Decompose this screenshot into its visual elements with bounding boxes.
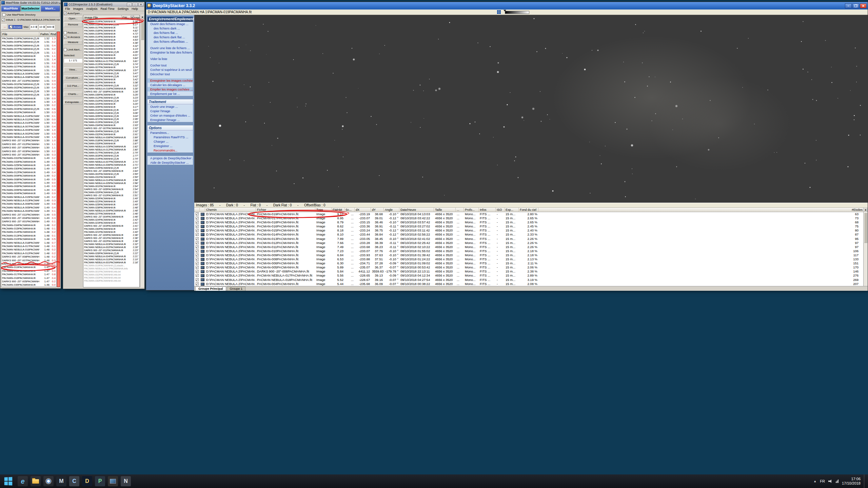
- charts-button[interactable]: Charts...: [64, 92, 82, 97]
- network-icon[interactable]: [836, 480, 839, 483]
- column-etoiles[interactable]: #Etoiles: [538, 208, 868, 212]
- image-file-row[interactable]: PACMAN NEBULA-008PACMANHA.fit 2.89": [83, 136, 139, 139]
- sidebar-link[interactable]: Empiler les images cochées ...: [147, 87, 193, 92]
- column-file[interactable]: File: [1, 32, 39, 37]
- sidebar-link[interactable]: des fichiers offset/bias ...: [147, 39, 193, 44]
- maxpilote-nav-button[interactable]: MaxPilote: [1, 5, 20, 12]
- image-file-row[interactable]: PACMAN-008PACMANHA (2).fit 4.05": [83, 50, 139, 54]
- image-file-row[interactable]: DARKS 900 -20°-010PACMANHA.fit 2.51": [83, 194, 139, 197]
- file-row[interactable]: PACMAN-017PACMANHA.fit 1.47 0.8: [1, 273, 56, 276]
- file-row[interactable]: PACMAN-019PACMANHA.fit 1.47 0.5: [1, 266, 56, 269]
- file-row[interactable]: PACMAN NEBULA-006PACMANH... 1.49 0.6: [1, 202, 56, 206]
- sidebar-link[interactable]: Ouvrir une image ...: [147, 104, 193, 109]
- file-row[interactable]: PACMAN NEBULA-001PACMANH... 1.50 1.3: [1, 136, 56, 139]
- image-file-row[interactable]: PACMAN-009PACMANHA (2).fit 3.47": [83, 72, 139, 75]
- spinner-arrows-icon[interactable]: [35, 26, 37, 28]
- row-checkbox[interactable]: ✓: [194, 253, 200, 257]
- image-file-row[interactable]: PACMAN-029PACMANHA.fit 2.49": [83, 197, 139, 200]
- speaker-icon[interactable]: [828, 480, 832, 483]
- image-file-row[interactable]: PACMAN-015PACMANHA.fit 4.72": [83, 32, 139, 35]
- file-row[interactable]: PACMAN-035PACMANHA.fit 1.46 0.0: [1, 283, 56, 287]
- file-row[interactable]: PACMAN-008PACMANHA.fit 1.49 0.5: [1, 178, 56, 181]
- hidden-icons-chevron-icon[interactable]: ▲: [813, 480, 816, 483]
- image-file-row[interactable]: PACMAN-002PACMANHA (2).fit 2.59": [83, 172, 139, 176]
- image-file-row[interactable]: PACMAN-034PACMANHA.fit 2.93": [83, 124, 139, 127]
- column-fwhm[interactable]: FW... ▼: [122, 15, 134, 20]
- image-file-row[interactable]: PACMAN-024PACMANHA.fit 2.42": [83, 218, 139, 221]
- file-row[interactable]: PACMAN-034PACMANHA.fit 1.48 0.2: [1, 224, 56, 227]
- sidebar-link[interactable]: Ouvrir une liste de fichiers ...: [147, 46, 193, 50]
- spinner-arrows-icon[interactable]: [43, 26, 45, 28]
- row-checkbox[interactable]: ✓: [194, 216, 200, 220]
- sidebar-link[interactable]: Paramètres Raw/FITS ...: [147, 135, 193, 139]
- row-checkbox[interactable]: ✓: [194, 278, 200, 282]
- file-row[interactable]: DARKS 900 -20°-010PACMANHA.fit 1.51 0.9: [1, 79, 56, 83]
- image-file-row[interactable]: PACMAN-011PACMANHA.fit 4.32": [83, 44, 139, 47]
- sidebar-link[interactable]: Enregistrer l'image ...: [147, 118, 193, 122]
- show-desktop-button[interactable]: [864, 474, 867, 488]
- row-checkbox[interactable]: ✓: [194, 241, 200, 245]
- image-file-row[interactable]: PACMAN NEBULA-009PACMANHA.fit 2.48": [83, 209, 139, 212]
- menu-item[interactable]: File: [65, 7, 70, 11]
- image-file-row[interactable]: PACMAN-013PACMANHA (2).fit 3.74": [83, 63, 139, 66]
- taskbar-icon-folder[interactable]: [31, 476, 41, 486]
- sidebar-link[interactable]: Vider la liste: [147, 57, 193, 61]
- sidebar-link[interactable]: Charger ...: [147, 139, 193, 144]
- dss-table-row[interactable]: ✓ D:\PACMAN NEBULA 2\PACMAN ... PACMAN-0…: [194, 241, 863, 245]
- image-file-row[interactable]: PACMAN NEBULA-004PACMANHA.fit 2.21": [83, 255, 139, 258]
- scroll-thumb[interactable]: [141, 20, 144, 40]
- file-row[interactable]: PACMAN-032PACMANHA.fit 1.50 0.9: [1, 97, 56, 100]
- file-row[interactable]: PACMAN-007PACMANHA (2).fit 1.51 0.2: [1, 47, 56, 51]
- row-checkbox[interactable]: ✓: [194, 245, 200, 249]
- column-chemin[interactable]: Chemin: [205, 208, 256, 212]
- row-checkbox[interactable]: ✓: [194, 257, 200, 261]
- non-image-file-row[interactable]: PACMAN-030PACMANHA.Info.txt: [83, 279, 139, 282]
- file-row[interactable]: PACMAN NEBULA-005PACMANH... 1.49 0.4: [1, 206, 56, 209]
- image-file-row[interactable]: PACMAN NEBULA-017PACMANHA.fit 3.81": [83, 60, 139, 63]
- column-type[interactable]: Type: [315, 208, 332, 212]
- file-row[interactable]: PACMAN-027PACMANHA.fit 1.51 0.1: [1, 65, 56, 68]
- dss-table-row[interactable]: ✓ D:\PACMAN NEBULA 2\PACMAN ... PACMAN-0…: [194, 261, 863, 265]
- group-tab[interactable]: Groupe Principal: [195, 286, 226, 291]
- file-row[interactable]: DARKS 900 -20°-002PACMANHA.fit 1.50 0.3: [1, 153, 56, 157]
- file-row[interactable]: PACMAN-006PACMANHA.fit 1.49 0.9: [1, 185, 56, 188]
- file-row[interactable]: PACMAN-009PACMANHA.fit 1.49 0.2: [1, 174, 56, 178]
- scroll-up-icon[interactable]: ▲: [864, 208, 868, 212]
- sidebar-link[interactable]: Ouvrir des fichiers image ...: [147, 22, 193, 26]
- image-file-row[interactable]: PACMAN NEBULA-012PACMANHA.fit 2.80": [83, 148, 139, 151]
- dss-table-row[interactable]: ✓ D:\PACMAN NEBULA 2\PACMAN ... PACMAN-0…: [194, 228, 863, 232]
- taskbar-icon-ccdi[interactable]: C: [69, 476, 79, 486]
- numeric-spinner[interactable]: 10: [38, 24, 45, 29]
- image-file-row[interactable]: PACMAN-011PACMANHA (2).fit 3.07": [83, 108, 139, 111]
- close-button[interactable]: ✕: [138, 3, 143, 6]
- image-file-row[interactable]: PACMAN-001PACMANHA.fit 2.54": [83, 185, 139, 188]
- target-checkbox[interactable]: ✓: [2, 18, 5, 21]
- image-file-row[interactable]: PACMAN-005PACMANHA.fit 3.17": [83, 105, 139, 108]
- file-row[interactable]: PACMAN-033PACMANHA.fit 1.49 0.1: [1, 160, 56, 164]
- row-checkbox[interactable]: ✓: [194, 220, 200, 224]
- column-angle[interactable]: Angle: [384, 208, 399, 212]
- sidebar-link[interactable]: Paramètres...: [147, 130, 193, 135]
- file-row[interactable]: PACMAN NEBULA-013PACMANH... 1.49 0.3: [1, 199, 56, 202]
- dss-table-row[interactable]: ✓ D:\PACMAN NEBULA 2\PACMAN ... PACMAN-0…: [194, 212, 863, 216]
- taskbar-clock[interactable]: 17:06 17/10/2018: [842, 477, 861, 486]
- file-row[interactable]: DARKS 900 -20°-011PACMANHA.fit 1.49 0.5: [1, 213, 56, 217]
- column-rnd[interactable]: Rnd: [50, 32, 56, 37]
- maxpilote-nav-button[interactable]: MaxV...: [41, 5, 60, 12]
- open-button[interactable]: Open...: [64, 16, 82, 21]
- column-infos[interactable]: Infos: [479, 208, 496, 212]
- minimize-button[interactable]: –: [127, 3, 132, 6]
- dss-table-row[interactable]: ✓ D:\PACMAN NEBULA 2\PACMAN ... PACMAN-0…: [194, 245, 863, 249]
- image-file-row[interactable]: DARKS 900 -20°-003PACMANHA.fit 2.41": [83, 224, 139, 227]
- menu-item[interactable]: Real-Time: [101, 7, 115, 11]
- file-row[interactable]: DARKS 900 -20°-006PACMANHA.fit 1.48 0.1: [1, 262, 56, 266]
- file-row[interactable]: PACMAN NEBULA-016PACMANH... 1.48 0.2: [1, 248, 56, 251]
- row-checkbox[interactable]: ✓: [194, 228, 200, 232]
- image-file-row[interactable]: PACMAN-016PACMANHA (2).fit 3.06": [83, 111, 139, 115]
- dss-table-row[interactable]: ✓ D:\PACMAN NEBULA 2\PACMAN ... PACMAN-0…: [194, 220, 863, 224]
- image-file-row[interactable]: DARKS 900 -20°-006PACMANHA.fit 2.64": [83, 169, 139, 172]
- file-row[interactable]: PACMAN-018PACMANHA.fit 1.47 0.0: [1, 269, 56, 273]
- sidebar-link[interactable]: Enregistrer les images cochées ...: [147, 78, 193, 83]
- image-file-row[interactable]: PACMAN-021PACMANHA.fit 2.40": [83, 230, 139, 233]
- image-file-row[interactable]: PACMAN NEBULA-015PACMANHA.fit 2.82": [83, 145, 139, 148]
